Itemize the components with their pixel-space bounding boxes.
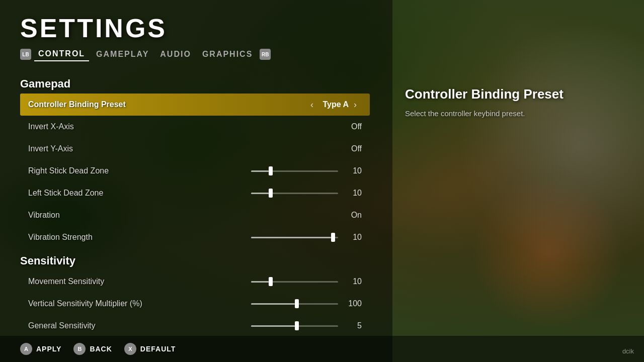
controller-binding-preset-row[interactable]: Controller Binding Preset ‹ Type A › bbox=[20, 94, 370, 116]
apply-button[interactable]: A APPLY bbox=[20, 343, 61, 355]
slider-fill bbox=[251, 193, 269, 194]
left-stick-dead-zone-row[interactable]: Left Stick Dead Zone 10 bbox=[20, 182, 370, 204]
slider-track bbox=[251, 170, 338, 172]
invert-y-axis-value: Off bbox=[332, 144, 362, 153]
watermark: dcik bbox=[622, 347, 634, 355]
slider-track bbox=[251, 325, 338, 327]
tab-audio[interactable]: AUDIO bbox=[156, 48, 195, 61]
slider-thumb bbox=[269, 277, 273, 286]
prev-arrow-icon[interactable]: ‹ bbox=[305, 100, 318, 110]
invert-y-axis-row[interactable]: Invert Y-Axis Off bbox=[20, 138, 370, 160]
right-stick-dead-zone-label: Right Stick Dead Zone bbox=[28, 166, 251, 175]
main-content: Gamepad Controller Binding Preset ‹ Type… bbox=[0, 66, 644, 336]
movement-sensitivity-slider[interactable]: 10 bbox=[251, 277, 362, 286]
vibration-label: Vibration bbox=[28, 211, 332, 220]
bottom-bar: A APPLY B BACK X DEFAULT bbox=[0, 336, 644, 362]
next-arrow-icon[interactable]: › bbox=[349, 100, 362, 110]
vibration-strength-row[interactable]: Vibration Strength 10 bbox=[20, 226, 370, 248]
movement-sensitivity-row[interactable]: Movement Sensitivity 10 bbox=[20, 270, 370, 293]
invert-x-axis-value: Off bbox=[332, 122, 362, 131]
back-button[interactable]: B BACK bbox=[73, 343, 112, 355]
general-sensitivity-value: 5 bbox=[344, 321, 362, 330]
settings-panel: Gamepad Controller Binding Preset ‹ Type… bbox=[0, 66, 390, 336]
invert-y-axis-label: Invert Y-Axis bbox=[28, 144, 332, 153]
a-button-icon: A bbox=[20, 343, 32, 355]
vertical-sensitivity-multiplier-slider[interactable]: 100 bbox=[251, 299, 362, 308]
tab-gameplay[interactable]: GAMEPLAY bbox=[92, 48, 153, 61]
sensitivity-section-header: Sensitivity bbox=[20, 254, 370, 267]
info-description: Select the controller keybind preset. bbox=[405, 108, 629, 120]
slider-track bbox=[251, 281, 338, 283]
slider-thumb bbox=[269, 166, 273, 175]
default-button[interactable]: X DEFAULT bbox=[124, 343, 176, 355]
slider-thumb bbox=[295, 321, 299, 330]
controller-binding-preset-label: Controller Binding Preset bbox=[28, 100, 305, 109]
movement-sensitivity-value: 10 bbox=[344, 277, 362, 286]
header: SETTINGS LB CONTROL GAMEPLAY AUDIO GRAPH… bbox=[0, 0, 644, 66]
right-stick-dead-zone-slider[interactable]: 10 bbox=[251, 166, 362, 175]
info-title: Controller Binding Preset bbox=[405, 86, 629, 102]
rb-button[interactable]: RB bbox=[260, 49, 271, 60]
back-label: BACK bbox=[90, 345, 112, 353]
default-label: DEFAULT bbox=[140, 345, 176, 353]
lb-button[interactable]: LB bbox=[20, 49, 31, 60]
page-title: SETTINGS bbox=[20, 15, 624, 41]
left-stick-dead-zone-slider[interactable]: 10 bbox=[251, 189, 362, 198]
slider-track bbox=[251, 237, 338, 238]
tab-control[interactable]: CONTROL bbox=[34, 47, 89, 61]
vibration-strength-slider[interactable]: 10 bbox=[251, 233, 362, 242]
slider-fill bbox=[251, 325, 295, 327]
slider-fill bbox=[251, 170, 269, 172]
slider-thumb bbox=[269, 189, 273, 198]
vibration-strength-value: 10 bbox=[344, 233, 362, 242]
slider-thumb bbox=[331, 233, 335, 242]
apply-label: APPLY bbox=[36, 345, 61, 353]
vertical-sensitivity-multiplier-row[interactable]: Vertical Sensitivity Multiplier (%) 100 bbox=[20, 293, 370, 315]
b-button-icon: B bbox=[73, 343, 86, 355]
vertical-sensitivity-multiplier-label: Vertical Sensitivity Multiplier (%) bbox=[28, 299, 251, 308]
vibration-value: On bbox=[332, 211, 362, 220]
slider-thumb bbox=[295, 299, 299, 308]
x-button-icon: X bbox=[124, 343, 136, 355]
invert-x-axis-row[interactable]: Invert X-Axis Off bbox=[20, 116, 370, 138]
left-stick-dead-zone-label: Left Stick Dead Zone bbox=[28, 189, 251, 198]
general-sensitivity-slider[interactable]: 5 bbox=[251, 321, 362, 330]
info-panel: Controller Binding Preset Select the con… bbox=[390, 66, 644, 336]
right-stick-dead-zone-row[interactable]: Right Stick Dead Zone 10 bbox=[20, 160, 370, 182]
controller-binding-preset-value: Type A bbox=[318, 100, 349, 109]
tab-graphics[interactable]: GRAPHICS bbox=[198, 48, 257, 61]
gamepad-section-header: Gamepad bbox=[20, 77, 370, 90]
tabs-bar: LB CONTROL GAMEPLAY AUDIO GRAPHICS RB bbox=[20, 47, 624, 61]
vertical-sensitivity-multiplier-value: 100 bbox=[344, 299, 362, 308]
vibration-strength-label: Vibration Strength bbox=[28, 233, 251, 242]
vibration-row[interactable]: Vibration On bbox=[20, 204, 370, 226]
slider-fill bbox=[251, 237, 331, 238]
right-stick-dead-zone-value: 10 bbox=[344, 166, 362, 175]
movement-sensitivity-label: Movement Sensitivity bbox=[28, 277, 251, 286]
left-stick-dead-zone-value: 10 bbox=[344, 189, 362, 198]
slider-track bbox=[251, 193, 338, 194]
slider-fill bbox=[251, 303, 295, 305]
invert-x-axis-label: Invert X-Axis bbox=[28, 122, 332, 131]
general-sensitivity-label: General Sensitivity bbox=[28, 321, 251, 330]
slider-track bbox=[251, 303, 338, 305]
general-sensitivity-row[interactable]: General Sensitivity 5 bbox=[20, 315, 370, 336]
slider-fill bbox=[251, 281, 269, 283]
